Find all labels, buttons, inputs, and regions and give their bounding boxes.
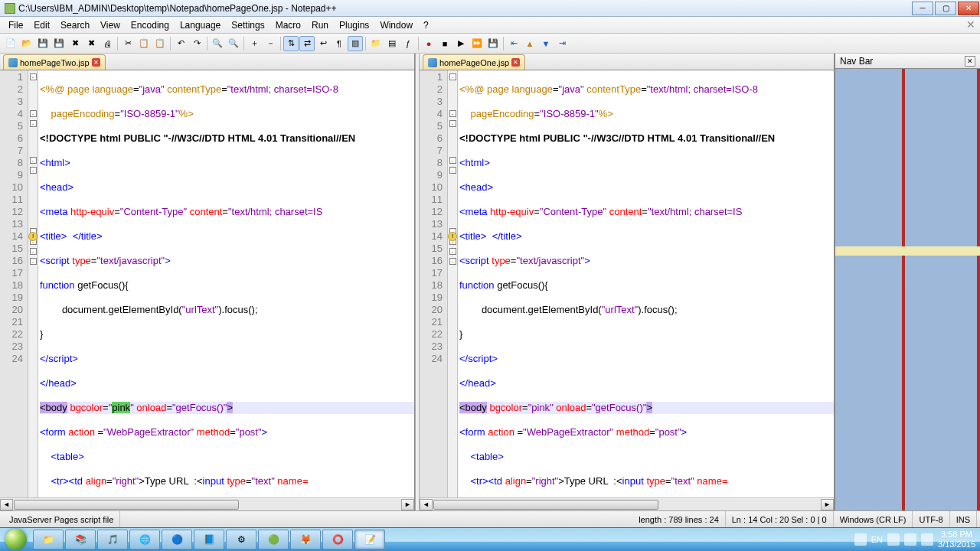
task-app2[interactable]: 📘: [194, 530, 224, 549]
tab-close-icon[interactable]: ✕: [511, 58, 520, 67]
close-button[interactable]: ✕: [958, 2, 979, 15]
menu-language[interactable]: Language: [175, 18, 226, 32]
tray-clock[interactable]: 3:58 PM3/13/2015: [938, 530, 975, 549]
task-app1[interactable]: 🔵: [162, 530, 192, 549]
scroll-thumb[interactable]: [433, 500, 658, 510]
save-all-icon[interactable]: 💾: [51, 36, 67, 51]
sync-v-scroll-icon[interactable]: ⇅: [283, 36, 299, 51]
menu-view[interactable]: View: [95, 18, 126, 32]
navbar-close-icon[interactable]: ✕: [965, 56, 975, 67]
menu-settings[interactable]: Settings: [226, 18, 270, 32]
zoom-out-icon[interactable]: －: [263, 36, 278, 51]
save-macro-icon[interactable]: 💾: [485, 36, 501, 51]
task-app4[interactable]: ⭕: [322, 530, 353, 549]
indent-guide-icon[interactable]: ▥: [348, 36, 363, 51]
task-firefox[interactable]: 🦊: [290, 530, 321, 549]
right-editor[interactable]: ! 12345678910111213141516171819202122232…: [420, 70, 834, 497]
titlebar: C:\Users\IBM_ADMIN\Desktop\temp\Notepad\…: [0, 0, 980, 17]
play-multi-icon[interactable]: ⏩: [469, 36, 485, 51]
record-macro-icon[interactable]: ●: [421, 36, 436, 51]
find-icon[interactable]: 🔍: [210, 36, 225, 51]
menu-macro[interactable]: Macro: [270, 18, 306, 32]
save-icon[interactable]: 💾: [35, 36, 51, 51]
minimize-button[interactable]: ─: [912, 2, 933, 15]
doc-map-icon[interactable]: ▤: [384, 36, 400, 51]
zoom-in-icon[interactable]: ＋: [247, 36, 262, 51]
toolbar: 📄 📂 💾 💾 ✖ ✖ 🖨 ✂ 📋 📋 ↶ ↷ 🔍 🔍 ＋ － ⇅ ⇄ ↩ ¶ …: [0, 34, 980, 54]
new-file-icon[interactable]: 📄: [3, 36, 18, 51]
right-hscroll[interactable]: ◄ ►: [420, 497, 834, 510]
tab-close-icon[interactable]: ✕: [92, 58, 100, 67]
status-insert-mode[interactable]: INS: [950, 511, 977, 527]
sync-h-scroll-icon[interactable]: ⇄: [299, 36, 315, 51]
wrap-icon[interactable]: ↩: [315, 36, 331, 51]
paste-icon[interactable]: 📋: [152, 36, 168, 51]
task-app3[interactable]: ⚙: [226, 530, 256, 549]
compare-prev-icon[interactable]: ▲: [522, 36, 537, 51]
replace-icon[interactable]: 🔍: [226, 36, 241, 51]
menu-run[interactable]: Run: [306, 18, 334, 32]
status-encoding[interactable]: UTF-8: [913, 511, 949, 527]
status-eol[interactable]: Windows (CR LF): [834, 511, 913, 527]
func-list-icon[interactable]: ƒ: [400, 36, 416, 51]
window-title: C:\Users\IBM_ADMIN\Desktop\temp\Notepad\…: [18, 3, 911, 14]
menu-file[interactable]: File: [3, 18, 28, 32]
redo-icon[interactable]: ↷: [189, 36, 204, 51]
task-notepadpp[interactable]: 📝: [354, 530, 385, 549]
status-position: Ln : 14 Col : 20 Sel : 0 | 0: [726, 511, 834, 527]
tray-language[interactable]: EN: [871, 535, 883, 544]
tray-volume-icon[interactable]: [904, 533, 916, 546]
menu-edit[interactable]: Edit: [28, 18, 55, 32]
scroll-left-icon[interactable]: ◄: [420, 499, 433, 510]
scroll-thumb[interactable]: [14, 500, 239, 510]
tab-homepageone[interactable]: homePageOne.jsp ✕: [423, 54, 525, 70]
task-chrome[interactable]: 🟢: [258, 530, 289, 549]
menu-encoding[interactable]: Encoding: [126, 18, 175, 32]
system-tray[interactable]: EN 3:58 PM3/13/2015: [850, 530, 980, 549]
menu-window[interactable]: Window: [374, 18, 418, 32]
code-area[interactable]: <%@ page language="java" contentType="te…: [38, 70, 414, 497]
menu-search[interactable]: Search: [55, 18, 95, 32]
tab-homepagetwo[interactable]: homePageTwo.jsp ✕: [3, 54, 106, 70]
left-hscroll[interactable]: ◄ ►: [0, 497, 414, 510]
left-pane: homePageTwo.jsp ✕ ! 12345678910111213141…: [0, 54, 415, 510]
code-area[interactable]: <%@ page language="java" contentType="te…: [458, 70, 834, 497]
scroll-right-icon[interactable]: ►: [821, 499, 834, 510]
diff-marker: [835, 246, 980, 256]
fold-column[interactable]: ---------: [28, 70, 38, 497]
menu-close-x[interactable]: ✕: [966, 18, 975, 31]
close-icon[interactable]: ✖: [67, 36, 83, 51]
status-length: length : 789 lines : 24: [632, 511, 726, 527]
line-gutter: 123456789101112131415161718192021222324: [420, 70, 447, 497]
close-all-icon[interactable]: ✖: [83, 36, 99, 51]
menu-plugins[interactable]: Plugins: [334, 18, 374, 32]
menu-help[interactable]: ?: [418, 18, 434, 32]
print-icon[interactable]: 🖨: [100, 36, 115, 51]
start-button[interactable]: [0, 528, 32, 552]
task-libraries[interactable]: 📚: [65, 530, 96, 549]
stop-macro-icon[interactable]: ■: [437, 36, 452, 51]
cut-icon[interactable]: ✂: [120, 36, 136, 51]
compare-last-icon[interactable]: ⇥: [554, 36, 570, 51]
copy-icon[interactable]: 📋: [136, 36, 152, 51]
maximize-button[interactable]: ▢: [935, 2, 956, 15]
task-ie[interactable]: 🌐: [129, 530, 160, 549]
open-file-icon[interactable]: 📂: [19, 36, 34, 51]
tray-network-icon[interactable]: [887, 533, 900, 546]
undo-icon[interactable]: ↶: [173, 36, 188, 51]
tray-show-hidden-icon[interactable]: [854, 533, 867, 546]
task-mediaplayer[interactable]: 🎵: [97, 530, 128, 549]
right-pane: homePageOne.jsp ✕ ! 12345678910111213141…: [420, 54, 835, 510]
play-macro-icon[interactable]: ▶: [453, 36, 469, 51]
navbar-minimap[interactable]: [835, 69, 980, 510]
left-editor[interactable]: ! 12345678910111213141516171819202122232…: [0, 70, 414, 497]
folder-icon[interactable]: 📁: [368, 36, 384, 51]
compare-next-icon[interactable]: ▼: [538, 36, 554, 51]
compare-first-icon[interactable]: ⇤: [506, 36, 521, 51]
fold-column[interactable]: ---------: [447, 70, 458, 497]
scroll-right-icon[interactable]: ►: [401, 499, 414, 510]
show-chars-icon[interactable]: ¶: [332, 36, 347, 51]
task-explorer[interactable]: 📁: [33, 530, 64, 549]
scroll-left-icon[interactable]: ◄: [0, 499, 13, 510]
tray-action-center-icon[interactable]: [921, 533, 933, 546]
